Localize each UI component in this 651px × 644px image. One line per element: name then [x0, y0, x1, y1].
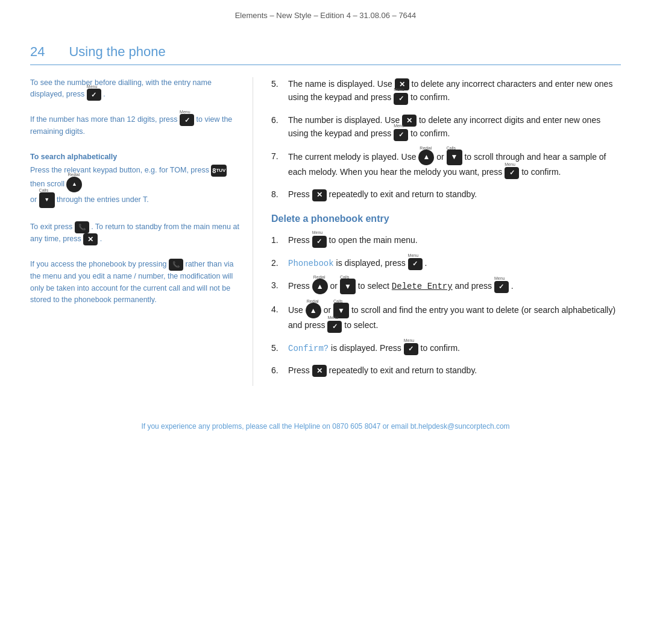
delete-item-5: 5. Confirm? is displayed. Press Menu ✓ t… [271, 341, 621, 355]
left-block-2-text: If the number has more than 12 digits, p… [30, 116, 180, 124]
delete-text-5: Confirm? is displayed. Press Menu ✓ to c… [288, 341, 621, 355]
left-block-3-heading: To search alphabetically [30, 151, 241, 163]
delete-item-1: 1. Press Menu ✓ to open the main menu. [271, 233, 621, 247]
section-number: 24 [30, 44, 45, 60]
list-item-6: 6. The number is displayed. Use ✕ to del… [271, 113, 621, 141]
menu-check-btn-d1: Menu ✓ [312, 234, 327, 247]
footer-text: If you experience any problems, please c… [141, 422, 509, 431]
btn-phonebook-1: 📞 [75, 221, 89, 233]
main-content: 24 Using the phone To see the number bef… [0, 26, 651, 453]
list-num-5: 5. [271, 77, 288, 90]
page-header: Elements – New Style – Edition 4 – 31.08… [0, 0, 651, 26]
delete-text-6: Press ✕ repeatedly to exit and return to… [288, 364, 621, 377]
delete-num-3: 3. [271, 279, 288, 292]
menu-check-btn-1: Menu ✓ [87, 89, 101, 101]
delete-entry-label: Delete Entry [392, 282, 453, 291]
delete-num-1: 1. [271, 233, 288, 247]
btn-x-8: ✕ [312, 189, 327, 201]
delete-section-heading: Delete a phonebook entry [271, 211, 621, 227]
list-item-8: 8. Press ✕ repeatedly to exit and return… [271, 188, 621, 201]
left-block-4: To exit press 📞 . To return to standby f… [30, 221, 241, 245]
delete-phonebook-section: Delete a phonebook entry 1. Press Menu ✓… [271, 211, 621, 377]
list-text-6: The number is displayed. Use ✕ to delete… [288, 113, 621, 141]
header-text: Elements – New Style – Edition 4 – 31.08… [235, 11, 417, 20]
left-block-5: If you access the phonebook by pressing … [30, 259, 241, 306]
menu-check-btn-d2: Menu ✓ [408, 257, 423, 270]
delete-num-4: 4. [271, 303, 288, 316]
btn-x-d6: ✕ [312, 365, 327, 377]
list-item-5: 5. The name is displayed. Use ✕ to delet… [271, 77, 621, 105]
delete-item-2: 2. Phonebook is displayed, press Menu ✓ … [271, 256, 621, 270]
list-text-7: The current melody is played. Use Redial… [288, 150, 621, 179]
delete-item-3: 3. Press Redial▲ or Calls▼ to select Del… [271, 279, 621, 294]
left-block-2: If the number has more than 12 digits, p… [30, 114, 241, 137]
delete-num-6: 6. [271, 364, 288, 377]
btn-phonebook-2: 📞 [169, 259, 183, 271]
list-num-6: 6. [271, 113, 288, 127]
list-num-7: 7. [271, 150, 288, 163]
btn-calls-7: Calls▼ [447, 150, 462, 165]
btn-rediall-d3: Redial▲ [312, 279, 328, 294]
menu-check-btn-d5: Menu ✓ [404, 342, 418, 355]
btn-rediall-up: Redial ▲ [66, 177, 82, 192]
right-list: 5. The name is displayed. Use ✕ to delet… [271, 77, 621, 201]
menu-check-btn-6: Menu ✓ [394, 127, 408, 140]
right-column: 5. The name is displayed. Use ✕ to delet… [253, 77, 621, 386]
delete-text-3: Press Redial▲ or Calls▼ to select Delete… [288, 279, 621, 294]
btn-calls-down: Calls ▼ [39, 192, 55, 208]
delete-item-6: 6. Press ✕ repeatedly to exit and return… [271, 364, 621, 377]
list-num-8: 8. [271, 188, 288, 201]
menu-check-btn-d4: Menu ✓ [327, 319, 342, 332]
section-heading: 24 Using the phone [30, 44, 621, 65]
menu-check-btn-5: Menu ✓ [394, 91, 408, 104]
section-title: Using the phone [69, 44, 165, 60]
phonebook-display: Phonebook [288, 259, 334, 268]
delete-text-2: Phonebook is displayed, press Menu ✓ . [288, 256, 621, 270]
left-block-1-period: . [103, 90, 105, 99]
delete-list: 1. Press Menu ✓ to open the main menu. [271, 233, 621, 377]
menu-check-btn-d3: Menu ✓ [494, 280, 509, 293]
left-block-4-period: . [100, 235, 102, 243]
btn-8-tuv: 8TUV [211, 165, 227, 177]
btn-rediall-d4: Redial▲ [306, 303, 321, 318]
left-block-1-text: To see the number before dialling, with … [30, 78, 212, 99]
left-column: To see the number before dialling, with … [30, 77, 253, 386]
btn-calls-d3: Calls▼ [340, 279, 356, 294]
list-text-8: Press ✕ repeatedly to exit and return to… [288, 188, 621, 201]
menu-check-btn-7: Menu ✓ [505, 166, 519, 179]
left-block-1: To see the number before dialling, with … [30, 77, 241, 101]
btn-rediall-7: Redial▲ [418, 150, 434, 165]
list-text-5: The name is displayed. Use ✕ to delete a… [288, 77, 621, 105]
delete-num-5: 5. [271, 341, 288, 355]
left-block-3: To search alphabetically Press the relev… [30, 151, 241, 208]
footer: If you experience any problems, please c… [30, 404, 621, 441]
delete-text-4: Use Redial▲ or Calls▼ to scroll and find… [288, 303, 621, 332]
left-block-4-text: To exit press [30, 223, 75, 231]
left-block-3-or: or [30, 195, 39, 204]
list-item-7: 7. The current melody is played. Use Red… [271, 150, 621, 179]
confirm-display: Confirm? [288, 344, 329, 353]
left-block-3-text: Press the relevant keypad button, e.g. f… [30, 166, 211, 174]
delete-num-2: 2. [271, 256, 288, 270]
left-block-5-text: If you access the phonebook by pressing [30, 260, 169, 268]
delete-text-1: Press Menu ✓ to open the main menu. [288, 233, 621, 247]
left-block-3-then-scroll: then scroll [30, 180, 66, 188]
two-column-layout: To see the number before dialling, with … [30, 77, 621, 386]
left-block-3-through: through the entries under T. [57, 195, 149, 204]
menu-check-btn-2: Menu ✓ [180, 114, 194, 126]
delete-item-4: 4. Use Redial▲ or Calls▼ to scroll and f… [271, 303, 621, 332]
btn-x-1: ✕ [83, 233, 98, 245]
